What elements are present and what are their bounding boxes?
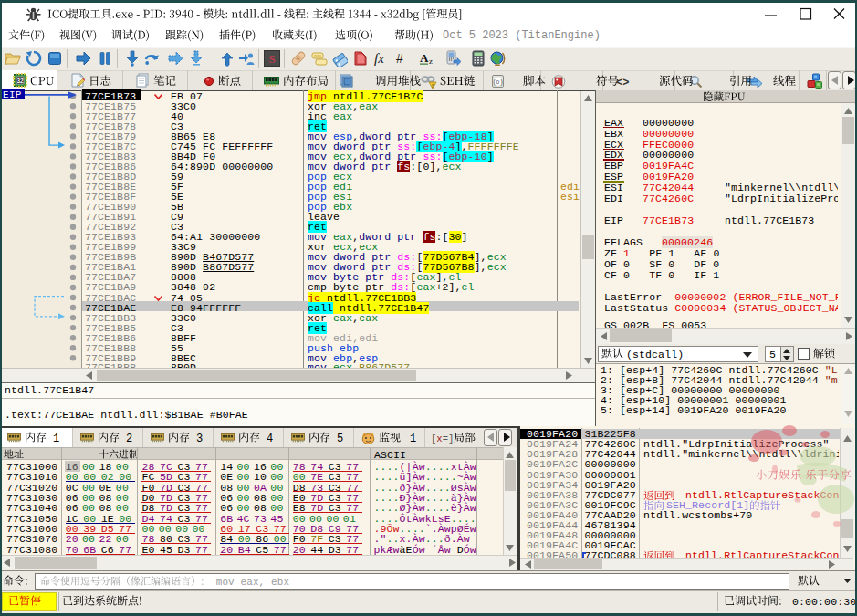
svg-text:z: z	[429, 57, 433, 66]
svg-text:32: 32	[16, 78, 24, 84]
svg-text:fx: fx	[374, 51, 384, 66]
svg-text:(o): (o)	[493, 79, 504, 86]
svg-text:!: !	[432, 83, 434, 89]
svg-text:A: A	[420, 51, 429, 65]
svg-text:#: #	[396, 51, 403, 66]
svg-text:S: S	[268, 52, 275, 66]
